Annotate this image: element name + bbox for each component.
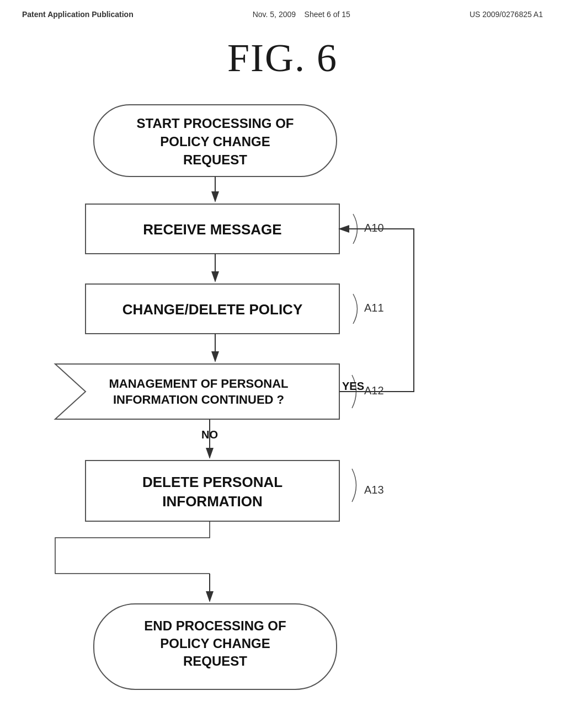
- a10-ref: A10: [364, 222, 384, 234]
- header-publication: Patent Application Publication: [22, 10, 134, 19]
- page-header: Patent Application Publication Nov. 5, 2…: [0, 0, 565, 19]
- start-label-line3: REQUEST: [183, 152, 247, 167]
- header-date: Nov. 5, 2009: [253, 10, 296, 19]
- a10-label: RECEIVE MESSAGE: [143, 221, 281, 238]
- a11-ref: A11: [364, 302, 384, 314]
- end-label-line1: END PROCESSING OF: [144, 618, 286, 633]
- a11-label: CHANGE/DELETE POLICY: [122, 301, 302, 318]
- start-label-line2: POLICY CHANGE: [160, 134, 270, 149]
- start-label-line1: START PROCESSING OF: [137, 116, 294, 131]
- a13-label-line1: DELETE PERSONAL: [142, 474, 282, 490]
- a13-bracket: [352, 469, 356, 502]
- a12-label-line2: INFORMATION CONTINUED ?: [113, 393, 284, 406]
- a12-ref: A12: [364, 384, 384, 397]
- yes-label: YES: [342, 380, 364, 392]
- a11-bracket: [353, 294, 358, 324]
- end-label-line3: REQUEST: [183, 654, 247, 668]
- a13-node: [86, 461, 339, 521]
- a12-label-line1: MANAGEMENT OF PERSONAL: [109, 377, 288, 390]
- a13-ref: A13: [364, 484, 384, 496]
- header-date-sheet: Nov. 5, 2009 Sheet 6 of 15: [253, 10, 350, 19]
- header-sheet: Sheet 6 of 15: [305, 10, 350, 19]
- flowchart-diagram: START PROCESSING OF POLICY CHANGE REQUES…: [0, 94, 565, 717]
- header-patent-number: US 2009/0276825 A1: [470, 10, 543, 19]
- a12-node: [55, 364, 339, 419]
- a13-label-line2: INFORMATION: [162, 493, 263, 510]
- a13-loop-line: [55, 521, 210, 574]
- figure-title: FIG. 6: [0, 35, 565, 81]
- flowchart-svg: START PROCESSING OF POLICY CHANGE REQUES…: [0, 94, 565, 717]
- end-label-line2: POLICY CHANGE: [160, 636, 270, 651]
